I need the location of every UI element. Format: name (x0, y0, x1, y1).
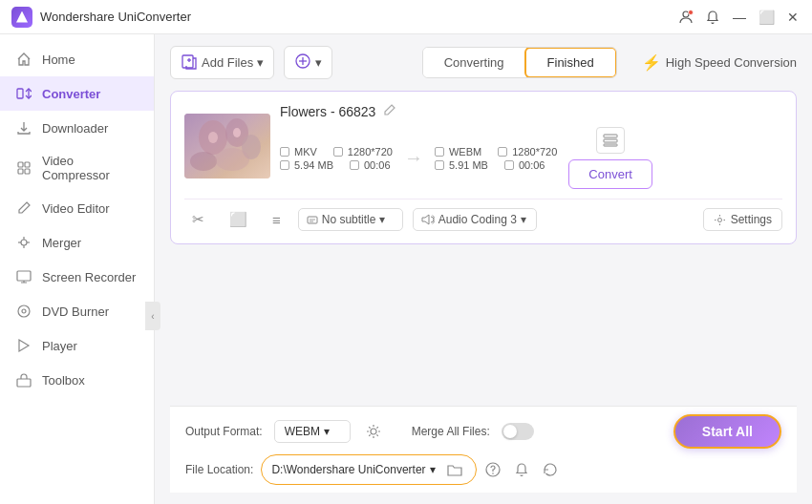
sidebar-label-video-compressor: Video Compressor (42, 154, 139, 182)
sidebar-item-toolbox[interactable]: Toolbox (0, 363, 154, 397)
svg-rect-7 (25, 169, 30, 174)
collapse-icon: ‹ (151, 311, 154, 322)
app-title: Wondershare UniConverter (40, 10, 191, 24)
svg-rect-17 (17, 379, 31, 387)
home-icon (15, 51, 32, 68)
convert-button[interactable]: Convert (568, 159, 652, 189)
svg-point-1 (689, 10, 694, 14)
bell-icon[interactable] (705, 10, 720, 25)
bottom-bar: Output Format: WEBM ▾ Merge All Files: (170, 406, 797, 493)
sidebar-item-converter[interactable]: Converter (0, 76, 154, 111)
sidebar-item-video-compressor[interactable]: Video Compressor (0, 145, 154, 191)
sidebar: Home Converter Downloader (0, 34, 155, 504)
maximize-icon[interactable]: ⬜ (759, 10, 774, 25)
sidebar-item-player[interactable]: Player (0, 328, 154, 363)
output-format-label: Output Format: (185, 425, 263, 438)
file-thumbnail (184, 114, 270, 178)
svg-point-15 (22, 309, 26, 313)
svg-point-39 (371, 429, 376, 434)
title-bar-controls: — ⬜ ✕ (678, 10, 801, 25)
source-format-checkbox (280, 147, 289, 157)
add-drop-icon (294, 52, 311, 73)
subtitle-select[interactable]: No subtitle ▾ (298, 208, 403, 231)
add-files-arrow: ▾ (257, 55, 264, 70)
add-files-label: Add Files (202, 55, 253, 70)
effects-icon[interactable]: ≡ (265, 208, 288, 232)
minimize-icon[interactable]: — (732, 10, 747, 25)
sidebar-label-dvd-burner: DVD Burner (42, 304, 109, 319)
output-size: 5.91 MB (449, 159, 488, 171)
svg-rect-33 (604, 139, 617, 142)
toolbar: Add Files ▾ ▾ Converting Finished ⚡ (170, 46, 797, 79)
output-format-text: WEBM (449, 146, 481, 158)
crop-icon[interactable]: ⬜ (222, 207, 255, 232)
source-resolution: 1280*720 (348, 146, 393, 158)
footer-icons (484, 457, 559, 482)
location-wrapper: D:\Wondershare UniConverter ▾ (261, 454, 476, 485)
sidebar-item-dvd-burner[interactable]: DVD Burner (0, 294, 154, 328)
location-select[interactable]: D:\Wondershare UniConverter ▾ (271, 463, 435, 476)
scissors-icon[interactable]: ✂ (184, 207, 212, 232)
sidebar-label-screen-recorder: Screen Recorder (42, 270, 136, 284)
settings-icon (714, 214, 726, 226)
svg-marker-16 (19, 340, 29, 351)
output-format-arrow: ▾ (324, 425, 330, 438)
svg-point-38 (717, 218, 721, 221)
sidebar-item-home[interactable]: Home (0, 42, 154, 76)
svg-rect-6 (18, 169, 23, 174)
audio-select[interactable]: Audio Coding 3 ▾ (413, 208, 537, 231)
svg-rect-4 (18, 162, 23, 167)
high-speed-btn[interactable]: ⚡ High Speed Conversion (642, 53, 797, 72)
add-drop-button[interactable]: ▾ (284, 46, 332, 79)
content-area: Add Files ▾ ▾ Converting Finished ⚡ (155, 34, 812, 504)
sidebar-item-merger[interactable]: Merger (0, 225, 154, 260)
file-card-bottom: ✂ ⬜ ≡ No subtitle ▾ (184, 199, 782, 232)
file-settings-icon-btn[interactable] (596, 127, 625, 154)
svg-rect-32 (604, 135, 617, 137)
sidebar-item-video-editor[interactable]: Video Editor (0, 191, 154, 225)
file-card-header: Flowers - 66823 MKV (184, 103, 782, 189)
add-files-button[interactable]: Add Files ▾ (170, 46, 274, 79)
output-format-select[interactable]: WEBM ▾ (274, 420, 351, 443)
main-layout: Home Converter Downloader (0, 34, 812, 504)
refresh-icon[interactable] (542, 461, 559, 482)
sidebar-label-downloader: Downloader (42, 121, 108, 136)
out-dur-checkbox (504, 160, 514, 170)
play-icon (15, 337, 32, 354)
output-duration: 00:06 (519, 159, 545, 171)
sidebar-label-player: Player (42, 339, 77, 353)
source-dur-checkbox (350, 160, 359, 170)
settings-button[interactable]: Settings (703, 208, 782, 231)
subtitle-icon (307, 214, 318, 225)
svg-point-14 (18, 305, 30, 317)
folder-icon[interactable] (443, 458, 466, 481)
sidebar-item-downloader[interactable]: Downloader (0, 111, 154, 145)
start-all-button[interactable]: Start All (673, 414, 781, 449)
output-resolution: 1280*720 (512, 146, 557, 158)
tab-finished[interactable]: Finished (524, 47, 617, 78)
svg-rect-5 (25, 162, 30, 167)
svg-point-41 (492, 472, 494, 474)
sidebar-item-screen-recorder[interactable]: Screen Recorder (0, 260, 154, 294)
out-format-checkbox (435, 147, 444, 157)
title-bar: Wondershare UniConverter — ⬜ ✕ (0, 0, 812, 34)
help-icon[interactable] (484, 461, 502, 482)
out-size-checkbox (435, 160, 444, 170)
convert-btn-area: Convert (568, 127, 652, 189)
notification-footer-icon[interactable] (513, 461, 530, 482)
merge-toggle[interactable] (502, 423, 534, 440)
output-format-value: WEBM (285, 425, 320, 438)
user-icon[interactable] (678, 10, 694, 25)
settings-label: Settings (731, 213, 772, 226)
audio-arrow: ▾ (521, 213, 526, 226)
sidebar-label-home: Home (42, 52, 75, 67)
output-format-settings-icon[interactable] (362, 420, 385, 443)
source-res-checkbox (333, 147, 343, 157)
file-name-text: Flowers - 66823 (280, 104, 375, 119)
merge-icon (15, 234, 32, 251)
sidebar-collapse-btn[interactable]: ‹ (145, 302, 160, 330)
edit-name-icon[interactable] (383, 103, 396, 119)
close-icon[interactable]: ✕ (785, 10, 801, 25)
tab-converting[interactable]: Converting (423, 48, 525, 77)
svg-point-30 (208, 132, 218, 143)
